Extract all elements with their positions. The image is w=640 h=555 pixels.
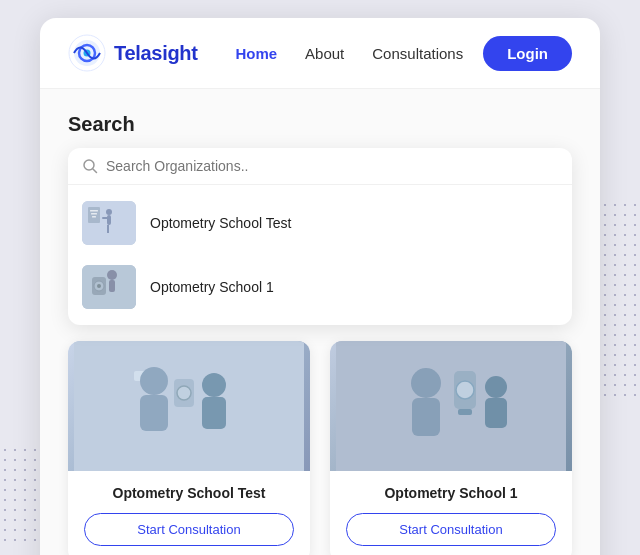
svg-rect-26 <box>202 397 226 429</box>
svg-rect-14 <box>92 216 96 218</box>
card-body-1: Optometry School 1 Start Consultation <box>330 471 572 555</box>
svg-rect-34 <box>458 409 472 415</box>
dropdown-thumb-0 <box>82 201 136 245</box>
dropdown-thumb-1 <box>82 265 136 309</box>
thumb-image-0 <box>82 201 136 245</box>
nav-link-consultations[interactable]: Consultations <box>372 45 463 62</box>
svg-point-35 <box>485 376 507 398</box>
thumb-image-1 <box>82 265 136 309</box>
nav-link-home[interactable]: Home <box>235 45 277 62</box>
card-title-1: Optometry School 1 <box>346 485 556 501</box>
search-icon <box>82 158 98 174</box>
svg-point-16 <box>107 270 117 280</box>
nav-link-about[interactable]: About <box>305 45 344 62</box>
svg-point-28 <box>177 386 191 400</box>
svg-point-30 <box>411 368 441 398</box>
svg-rect-9 <box>102 217 110 219</box>
logo-text: Telasight <box>114 42 198 65</box>
search-input[interactable] <box>106 158 558 174</box>
search-section-label: Search <box>68 113 572 136</box>
school-card-1: Optometry School 1 Start Consultation <box>330 341 572 555</box>
card-image-0 <box>68 341 310 471</box>
dropdown-item-1[interactable]: Optometry School 1 <box>68 255 572 319</box>
card-image-svg-0 <box>74 341 304 471</box>
start-consultation-button-0[interactable]: Start Consultation <box>84 513 294 546</box>
logo-container: Telasight <box>68 34 198 72</box>
svg-rect-8 <box>107 215 111 225</box>
svg-rect-12 <box>90 210 98 212</box>
navbar: Telasight Home About Consultations Login <box>40 18 600 89</box>
svg-rect-11 <box>88 207 100 223</box>
nav-links: Home About Consultations <box>235 45 463 62</box>
dropdown-item-0[interactable]: Optometry School Test <box>68 191 572 255</box>
card-image-1 <box>330 341 572 471</box>
svg-rect-10 <box>107 225 109 233</box>
main-card: Telasight Home About Consultations Login… <box>40 18 600 555</box>
svg-rect-7 <box>106 209 112 215</box>
svg-rect-29 <box>336 341 566 471</box>
svg-rect-13 <box>91 213 97 215</box>
card-body-0: Optometry School Test Start Consultation <box>68 471 310 555</box>
logo-icon <box>68 34 106 72</box>
svg-point-20 <box>97 284 101 288</box>
dropdown-item-label-1: Optometry School 1 <box>150 279 274 295</box>
login-button[interactable]: Login <box>483 36 572 71</box>
card-image-svg-1 <box>336 341 566 471</box>
card-title-0: Optometry School Test <box>84 485 294 501</box>
search-dropdown: Optometry School Test <box>68 184 572 325</box>
content-area: Search <box>40 89 600 555</box>
svg-point-33 <box>456 381 474 399</box>
svg-rect-36 <box>485 398 507 428</box>
svg-point-25 <box>202 373 226 397</box>
school-card-0: Optometry School Test Start Consultation <box>68 341 310 555</box>
dropdown-item-label-0: Optometry School Test <box>150 215 291 231</box>
svg-line-5 <box>93 169 97 173</box>
svg-rect-24 <box>140 395 168 431</box>
svg-rect-31 <box>412 398 440 436</box>
search-input-row <box>68 148 572 184</box>
svg-rect-17 <box>109 280 115 292</box>
start-consultation-button-1[interactable]: Start Consultation <box>346 513 556 546</box>
svg-point-23 <box>140 367 168 395</box>
cards-grid: Optometry School Test Start Consultation <box>68 341 572 555</box>
search-container: Optometry School Test <box>68 148 572 325</box>
